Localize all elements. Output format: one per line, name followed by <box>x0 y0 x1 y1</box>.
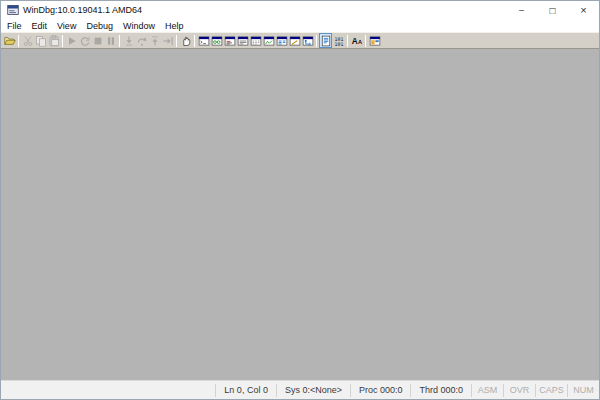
svg-text:A: A <box>351 37 357 46</box>
source-mode-off-button[interactable]: 101101 <box>332 33 345 48</box>
title-bar: WinDbg:10.0.19041.1 AMD64 – □ × <box>1 1 599 19</box>
toolbar-separator <box>18 35 19 47</box>
toolbar-separator <box>119 35 120 47</box>
insert-remove-breakpoint-button[interactable] <box>179 33 192 48</box>
copy-icon <box>35 35 47 47</box>
menu-file[interactable]: File <box>2 21 27 31</box>
status-indicator-num: NUM <box>567 384 599 397</box>
status-thread: Thrd 000:0 <box>410 384 471 397</box>
svg-text:A: A <box>357 39 361 45</box>
window-title: WinDbg:10.0.19041.1 AMD64 <box>23 5 142 15</box>
step-out-button[interactable] <box>148 33 161 48</box>
locals-window-button[interactable] <box>223 33 236 48</box>
step-into-button[interactable] <box>122 33 135 48</box>
step-over-icon <box>136 35 148 47</box>
processes-threads-icon <box>302 35 314 47</box>
call-stack-window-icon <box>263 35 275 47</box>
menu-window[interactable]: Window <box>118 21 160 31</box>
options-icon <box>369 35 381 47</box>
windbg-window: WinDbg:10.0.19041.1 AMD64 – □ × File Edi… <box>0 0 600 400</box>
watch-window-icon <box>211 35 223 47</box>
source-mode-on-button[interactable] <box>319 33 332 48</box>
go-button[interactable] <box>65 33 78 48</box>
scratch-pad-icon <box>289 35 301 47</box>
toolbar: 101101AA <box>1 32 599 49</box>
paste-icon <box>48 35 60 47</box>
command-window-button[interactable] <box>197 33 210 48</box>
restart-button[interactable] <box>78 33 91 48</box>
memory-window-icon <box>250 35 262 47</box>
processes-threads-button[interactable] <box>301 33 314 48</box>
options-button[interactable] <box>368 33 381 48</box>
toolbar-separator <box>176 35 177 47</box>
break-button[interactable] <box>104 33 117 48</box>
status-line-col: Ln 0, Col 0 <box>215 384 276 397</box>
call-stack-window-button[interactable] <box>262 33 275 48</box>
disassembly-window-icon <box>276 35 288 47</box>
watch-window-button[interactable] <box>210 33 223 48</box>
menu-debug[interactable]: Debug <box>81 21 118 31</box>
workspace <box>1 49 599 380</box>
status-bar: Ln 0, Col 0 Sys 0:<None> Proc 000:0 Thrd… <box>1 380 599 399</box>
status-indicator-caps: CAPS <box>535 384 567 397</box>
status-system: Sys 0:<None> <box>276 384 350 397</box>
locals-window-icon <box>224 35 236 47</box>
stop-debugging-button[interactable] <box>91 33 104 48</box>
memory-window-button[interactable] <box>249 33 262 48</box>
restart-icon <box>79 35 91 47</box>
disassembly-window-button[interactable] <box>275 33 288 48</box>
source-mode-on-icon <box>320 35 332 47</box>
hand-icon <box>180 35 192 47</box>
toolbar-separator <box>194 35 195 47</box>
step-out-icon <box>149 35 161 47</box>
break-icon <box>105 35 117 47</box>
font-icon: AA <box>351 35 363 47</box>
command-window-icon <box>198 35 210 47</box>
paste-button[interactable] <box>47 33 60 48</box>
menu-edit[interactable]: Edit <box>27 21 53 31</box>
step-over-button[interactable] <box>135 33 148 48</box>
step-into-icon <box>123 35 135 47</box>
copy-button[interactable] <box>34 33 47 48</box>
toolbar-separator <box>347 35 348 47</box>
status-process: Proc 000:0 <box>350 384 411 397</box>
window-controls: – □ × <box>506 1 599 19</box>
go-icon <box>66 35 78 47</box>
scissors-icon <box>22 35 34 47</box>
open-folder-icon <box>4 35 16 47</box>
windbg-app-icon <box>7 4 19 16</box>
scratch-pad-button[interactable] <box>288 33 301 48</box>
menu-view[interactable]: View <box>52 21 81 31</box>
toolbar-separator <box>365 35 366 47</box>
menu-help[interactable]: Help <box>160 21 189 31</box>
open-source-file-button[interactable] <box>3 33 16 48</box>
run-to-cursor-button[interactable] <box>161 33 174 48</box>
toolbar-separator <box>316 35 317 47</box>
menu-bar: File Edit View Debug Window Help <box>1 19 599 32</box>
run-to-cursor-icon <box>162 35 174 47</box>
registers-window-icon <box>237 35 249 47</box>
close-button[interactable]: × <box>568 1 599 19</box>
stop-icon <box>92 35 104 47</box>
status-indicator-ovr: OVR <box>503 384 535 397</box>
font-button[interactable]: AA <box>350 33 363 48</box>
registers-window-button[interactable] <box>236 33 249 48</box>
source-mode-off-icon: 101101 <box>333 35 345 47</box>
svg-text:101: 101 <box>334 40 343 46</box>
minimize-button[interactable]: – <box>506 1 537 19</box>
status-indicator-asm: ASM <box>471 384 503 397</box>
toolbar-separator <box>62 35 63 47</box>
cut-button[interactable] <box>21 33 34 48</box>
maximize-button[interactable]: □ <box>537 1 568 19</box>
